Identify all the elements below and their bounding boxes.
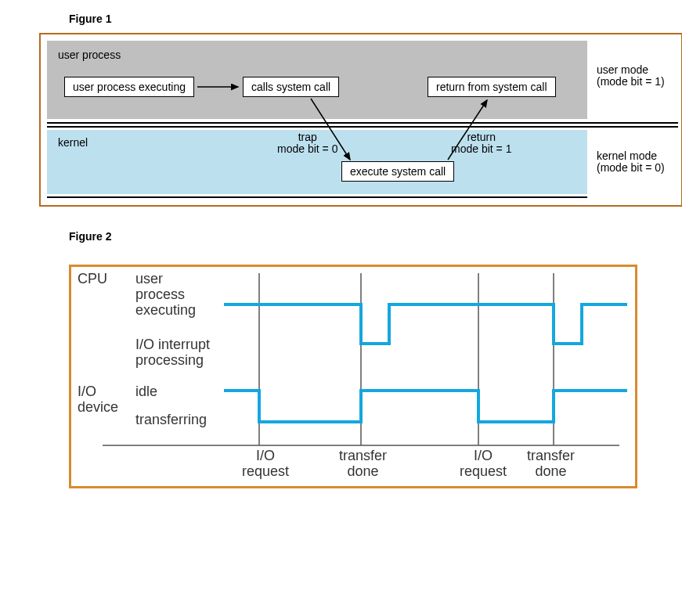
figure2-frame: CPU I/O device user process executing I/… <box>69 265 637 488</box>
kernel-mode-label: kernel mode (mode bit = 0) <box>597 150 665 175</box>
user-process-label: user process <box>58 49 121 61</box>
box-user-exec: user process executing <box>64 77 194 97</box>
kernel-label: kernel <box>58 136 88 149</box>
box-return-syscall: return from system call <box>428 77 556 97</box>
box-calls-syscall: calls system call <box>243 77 339 97</box>
box-execute-syscall: execute system call <box>341 161 454 182</box>
kernel-baseline <box>47 196 587 198</box>
figure1-title: Figure 1 <box>69 13 651 25</box>
return-label: return mode bit = 1 <box>451 131 511 156</box>
user-mode-label: user mode (mode bit = 1) <box>597 64 665 88</box>
mode-boundary-top <box>47 122 678 124</box>
figure2-svg <box>71 267 635 486</box>
mode-boundary-bot <box>47 126 678 128</box>
trap-label: trap mode bit = 0 <box>277 131 337 156</box>
figure1-frame: user process kernel user process executi… <box>39 33 682 207</box>
figure2-title: Figure 2 <box>69 230 651 243</box>
